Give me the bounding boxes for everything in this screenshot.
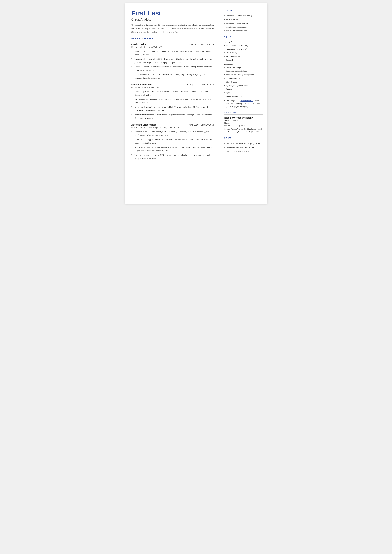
list-item: Recommendation Engines [224,70,263,72]
job-bullets-2: Created a portfolio of $3.2M in assets b… [131,90,214,120]
job-dates-1: November 2015 – Present [189,43,214,46]
list-item: Databases (MySQL) [224,95,263,98]
list-item: Risk Management [224,55,263,58]
job-block-2: Investment Banker February 2013 – Octobe… [131,83,214,120]
job-company-1: Resume Worded, New York, NY [131,46,214,48]
list-item: Chartered Financial Analyst (CFA). [224,146,263,149]
list-item: Research [224,59,263,62]
list-item: Spearheaded all aspects of capital raisi… [131,98,214,104]
list-item: +1-234-456-789 [224,18,263,21]
job-header-2: Investment Banker February 2013 – Octobe… [131,83,214,86]
job-bullets-1: Examined financial reports and recognize… [131,49,214,80]
list-item: Columbia, SC (Open to Remote) [224,14,263,17]
techniques-list: Credit Risk Analysis Recommendation Engi… [224,66,263,76]
job-header-3: Assistant Underwriter June 2010 – Januar… [131,123,214,126]
candidate-summary: Credit analyst with more than 10 years o… [131,23,214,34]
edu-field: Finance [224,122,263,124]
other-list: Certified Credit and Risk Analyst (CCRA)… [224,142,263,153]
edu-awards: Awards: Resume Worded Teaching Fellow (o… [224,128,263,133]
list-item: Identified new markets and developed a t… [131,113,214,120]
list-item: github.com/resumeworded [224,29,263,32]
job-dates-2: February 2013 – October 2015 [185,84,214,86]
skills-heading: SKILLS [224,36,263,39]
education-heading: EDUCATION [224,112,263,115]
resume-worded-link[interactable]: Resume Worded [240,99,253,102]
job-company-2: Growthsi, San Francisco, CA [131,86,214,89]
resume-worded-note: Don't forget to use Resume Worded to sca… [224,99,263,108]
other-heading: OTHER [224,137,263,140]
contact-section: CONTACT Columbia, SC (Open to Remote) +1… [224,9,263,32]
hard-skills-label: Hard Skills: [224,41,263,43]
list-item: Acted as a direct point-of-contact for 2… [131,105,214,112]
job-block-3: Assistant Underwriter June 2010 – Januar… [131,123,214,160]
education-section: EDUCATION Resume Worded University Maste… [224,112,263,133]
list-item: Loan Servicing (Advanced) [224,44,263,47]
list-item: Examined financial reports and recognize… [131,49,214,56]
techniques-label: Techniques: [224,63,263,65]
list-item: Managed a large portfolio of 5K clients … [131,57,214,64]
job-block-1: Credit Analyst November 2015 – Present R… [131,43,214,80]
contact-heading: CONTACT [224,9,263,13]
list-item: email@resumeworded.com [224,22,263,25]
list-item: linkedin.com/in/username [224,26,263,28]
list-item: Certified Credit and Risk Analyst (CCRA)… [224,142,263,145]
list-item: Constructed DCFs, DSC, cash flow analyse… [131,73,214,80]
job-title-3: Assistant Underwriter [131,123,156,126]
hard-skills-list: Loan Servicing (Advanced) Negotiation (E… [224,44,263,62]
list-item: Negotiation (Experienced) [224,48,263,51]
tools-list: ElasticSearch Python (Keras, Scikit-lear… [224,81,263,98]
contact-list: Columbia, SC (Open to Remote) +1-234-456… [224,14,263,32]
list-item: Brainstormed with 313 agents on availabl… [131,146,214,152]
list-item: Created a portfolio of $3.2M in assets b… [131,90,214,97]
other-section: OTHER Certified Credit and Risk Analyst … [224,137,263,153]
list-item: Business Relationship Management [224,73,263,76]
job-bullets-3: Attended sales calls and meetings with 2… [131,130,214,160]
list-item: Credit Risk Analysis [224,66,263,69]
candidate-name: First Last [131,9,214,17]
right-column: CONTACT Columbia, SC (Open to Remote) +1… [220,3,267,204]
list-item: Underwriting [224,51,263,54]
note-before-text: Don't forget to use [226,99,241,102]
resume-page: First Last Credit Analyst Credit analyst… [125,3,267,204]
job-title-2: Investment Banker [131,83,153,86]
edu-institution: Resume Worded University [224,117,263,119]
list-item: Hadoop [224,88,263,91]
list-item: Shared the credit department procedures … [131,65,214,72]
job-dates-3: June 2010 – January 2013 [189,124,214,126]
tools-label: Tools and Frameworks: [224,77,263,80]
list-item: Provided customer service to 3.2K extern… [131,153,214,160]
list-item: ElasticSearch [224,81,263,84]
work-experience-heading: WORK EXPERIENCE [131,37,214,40]
list-item: Attended sales calls and meetings with 2… [131,130,214,137]
job-header-1: Credit Analyst November 2015 – Present [131,43,214,46]
list-item: Python [224,91,263,94]
job-title-1: Credit Analyst [131,43,147,46]
edu-degree: Master of Science [224,119,263,122]
left-column: First Last Credit Analyst Credit analyst… [125,3,220,204]
list-item: Python (Keras, Scikit-learn) [224,84,263,87]
job-company-3: Resume Worded's Exciting Company, New Yo… [131,126,214,129]
list-item: Examined 2.2K applications for accuracy … [131,138,214,145]
skills-section: SKILLS Hard Skills: Loan Servicing (Adva… [224,36,263,108]
edu-date: Boston, MA — May 2010 [224,125,263,127]
candidate-title: Credit Analyst [131,18,214,21]
list-item: Certified Risk Analyst (CRA). [224,150,263,153]
